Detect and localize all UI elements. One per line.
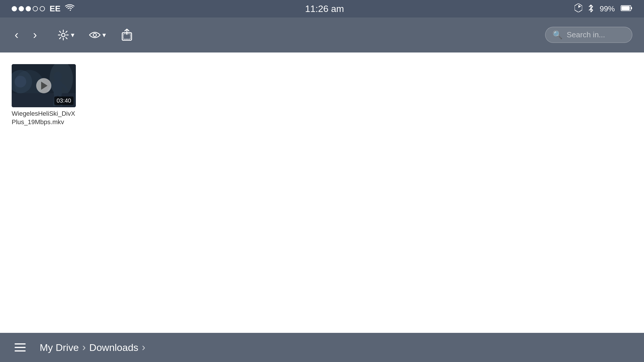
search-input[interactable] [567, 30, 625, 39]
search-icon: 🔍 [552, 30, 563, 40]
status-time: 11:26 am [305, 3, 344, 14]
battery-icon [621, 4, 632, 13]
svg-point-3 [62, 33, 65, 37]
breadcrumb-chevron-1: › [82, 341, 86, 354]
breadcrumb-chevron-2: › [142, 341, 145, 354]
status-right: 99% [575, 3, 632, 14]
video-duration: 03:40 [54, 96, 74, 105]
signal-dot-5 [40, 6, 45, 11]
gear-dropdown-icon: ▾ [71, 31, 74, 39]
play-triangle-icon [41, 82, 48, 90]
back-button[interactable]: ‹ [12, 25, 21, 44]
share-icon [120, 29, 133, 41]
search-box: 🔍 [545, 27, 632, 43]
breadcrumb-my-drive[interactable]: My Drive [37, 341, 81, 354]
signal-dots [12, 6, 45, 11]
video-thumbnail[interactable]: 03:40 [12, 64, 76, 107]
wifi-icon [65, 4, 74, 14]
hamburger-icon [15, 343, 26, 352]
location-icon [575, 3, 582, 14]
video-item[interactable]: 03:40 WiegelesHeliSki_DivXPlus_19Mbps.mk… [12, 64, 76, 126]
menu-button[interactable] [12, 340, 29, 354]
status-bar: EE 11:26 am 99% [0, 0, 644, 17]
svg-rect-2 [631, 7, 632, 9]
carrier-label: EE [50, 4, 60, 13]
share-button[interactable] [118, 26, 136, 44]
toolbar: ‹ › ▾ ▾ 🔍 [0, 17, 644, 52]
forward-button[interactable]: › [30, 25, 40, 44]
signal-dot-2 [19, 6, 24, 11]
back-arrow-icon: ‹ [15, 28, 18, 41]
battery-label: 99% [600, 4, 615, 13]
signal-dot-3 [26, 6, 31, 11]
bluetooth-icon [588, 3, 594, 14]
svg-point-4 [93, 33, 96, 36]
breadcrumb: My Drive › Downloads › [37, 341, 146, 354]
breadcrumb-downloads[interactable]: Downloads [87, 341, 141, 354]
view-button[interactable]: ▾ [86, 26, 109, 44]
main-content: 03:40 WiegelesHeliSki_DivXPlus_19Mbps.mk… [0, 52, 644, 333]
settings-button[interactable]: ▾ [55, 26, 77, 44]
bottom-bar: My Drive › Downloads › [0, 333, 644, 362]
forward-arrow-icon: › [33, 28, 37, 41]
view-dropdown-icon: ▾ [102, 31, 106, 39]
eye-icon [89, 29, 101, 41]
signal-dot-1 [12, 6, 17, 11]
signal-dot-4 [33, 6, 38, 11]
play-button[interactable] [36, 78, 51, 93]
status-left: EE [12, 4, 74, 14]
gear-icon [57, 29, 69, 41]
svg-rect-1 [622, 6, 630, 10]
video-filename: WiegelesHeliSki_DivXPlus_19Mbps.mkv [12, 110, 76, 126]
